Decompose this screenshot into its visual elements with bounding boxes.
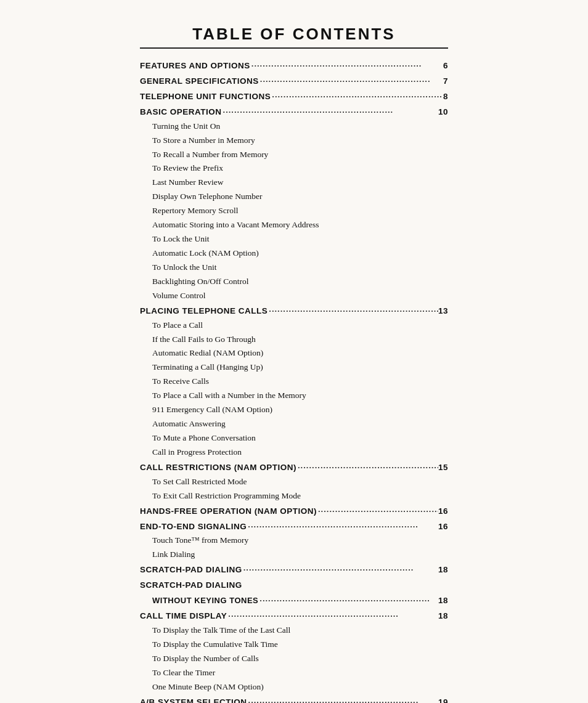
toc-entry-label: CALL TIME DISPLAY <box>140 610 227 623</box>
toc-entry-label: Turning the Unit On <box>152 120 220 133</box>
toc-line: One Minute Beep (NAM Option) <box>140 681 448 694</box>
toc-page-number: 18 <box>438 595 448 608</box>
toc-line: To Receive Calls <box>140 375 448 388</box>
content-area: TABLE OF CONTENTS FEATURES AND OPTIONS··… <box>140 25 448 703</box>
toc-line: If the Call Fails to Go Through <box>140 333 448 346</box>
toc-line: To Set Call Restricted Mode <box>140 476 448 489</box>
toc-page-number: 6 <box>443 60 448 73</box>
toc-line: CALL RESTRICTIONS (NAM OPTION)··········… <box>140 461 448 474</box>
toc-line: Touch Tone™ from Memory <box>140 534 448 547</box>
toc-line: GENERAL SPECIFICATIONS··················… <box>140 75 448 88</box>
toc-entry-label: 911 Emergency Call (NAM Option) <box>152 404 272 417</box>
toc-entry-label: END-TO-END SIGNALING <box>140 521 247 534</box>
toc-dots: ········································… <box>247 696 438 703</box>
toc-dots: ········································… <box>271 91 443 103</box>
toc-entry-label: Backlighting On/Off Control <box>152 275 249 288</box>
toc-line: A/B SYSTEM SELECTION····················… <box>140 696 448 703</box>
toc-dots: ········································… <box>242 564 438 576</box>
toc-dots: ········································… <box>222 106 438 118</box>
toc-line: To Display the Talk Time of the Last Cal… <box>140 624 448 637</box>
toc-section: FEATURES AND OPTIONS····················… <box>140 60 448 703</box>
toc-line: Turning the Unit On <box>140 120 448 133</box>
toc-dots: ········································… <box>258 595 438 607</box>
toc-entry-label: Terminating a Call (Hanging Up) <box>152 361 263 374</box>
toc-entry-label: To Display the Cumulative Talk Time <box>152 638 278 651</box>
toc-entry-label: To Display the Number of Calls <box>152 652 259 665</box>
toc-line: Volume Control <box>140 290 448 303</box>
toc-line: Automatic Storing into a Vacant Memory A… <box>140 219 448 232</box>
toc-page-number: 19 <box>438 696 448 703</box>
toc-entry-label: To Place a Call <box>152 319 203 332</box>
toc-dots: ········································… <box>227 610 438 622</box>
toc-line: HANDS-FREE OPERATION (NAM OPTION)·······… <box>140 505 448 518</box>
toc-line: TELEPHONE UNIT FUNCTIONS················… <box>140 91 448 104</box>
toc-entry-label: One Minute Beep (NAM Option) <box>152 681 264 694</box>
toc-dots: ········································… <box>317 505 438 518</box>
toc-line: To Recall a Number from Memory <box>140 148 448 161</box>
toc-entry-label: To Display the Talk Time of the Last Cal… <box>152 624 290 637</box>
toc-line: To Place a Call <box>140 319 448 332</box>
toc-entry-label: SCRATCH-PAD DIALING <box>140 579 242 592</box>
toc-entry-label: To Review the Prefix <box>152 162 223 175</box>
toc-entry-label: To Set Call Restricted Mode <box>152 476 247 489</box>
toc-line: SCRATCH-PAD DIALING·····················… <box>140 564 448 577</box>
toc-entry-label: FEATURES AND OPTIONS <box>140 60 250 73</box>
toc-dots: ········································… <box>250 60 443 72</box>
toc-page-number: 10 <box>438 106 448 119</box>
toc-line: END-TO-END SIGNALING····················… <box>140 521 448 534</box>
toc-entry-label: BASIC OPERATION <box>140 106 222 119</box>
toc-page-number: 18 <box>438 610 448 623</box>
toc-line: FEATURES AND OPTIONS····················… <box>140 60 448 73</box>
toc-dots: ········································… <box>296 461 438 474</box>
toc-entry-label: CALL RESTRICTIONS (NAM OPTION) <box>140 461 296 474</box>
toc-entry-label: Automatic Lock (NAM Option) <box>152 247 259 260</box>
toc-entry-label: A/B SYSTEM SELECTION <box>140 696 247 703</box>
page: TABLE OF CONTENTS FEATURES AND OPTIONS··… <box>0 0 588 703</box>
toc-line: Call in Progress Protection <box>140 446 448 459</box>
toc-line: PLACING TELEPHONE CALLS·················… <box>140 305 448 318</box>
toc-line: CALL TIME DISPLAY·······················… <box>140 610 448 623</box>
toc-entry-label: To Receive Calls <box>152 375 209 388</box>
toc-entry-label: Link Dialing <box>152 548 195 561</box>
toc-entry-label: To Mute a Phone Conversation <box>152 432 256 445</box>
toc-entry-label: WITHOUT KEYING TONES <box>152 595 258 607</box>
toc-entry-label: PLACING TELEPHONE CALLS <box>140 305 267 318</box>
toc-line: SCRATCH-PAD DIALING <box>140 579 448 592</box>
toc-entry-label: Automatic Storing into a Vacant Memory A… <box>152 219 319 232</box>
toc-line: To Review the Prefix <box>140 162 448 175</box>
toc-entry-label: GENERAL SPECIFICATIONS <box>140 75 259 88</box>
toc-line: To Exit Call Restriction Programming Mod… <box>140 490 448 503</box>
toc-entry-label: Automatic Answering <box>152 418 226 431</box>
toc-entry-label: Touch Tone™ from Memory <box>152 534 248 547</box>
toc-entry-label: To Place a Call with a Number in the Mem… <box>152 389 306 402</box>
toc-dots: ········································… <box>247 521 438 533</box>
toc-line: Backlighting On/Off Control <box>140 275 448 288</box>
toc-dots: ········································… <box>259 75 443 87</box>
toc-line: Automatic Redial (NAM Option) <box>140 347 448 360</box>
toc-line: To Place a Call with a Number in the Mem… <box>140 389 448 402</box>
toc-line: 911 Emergency Call (NAM Option) <box>140 404 448 417</box>
toc-page-number: 16 <box>438 521 448 534</box>
toc-entry-label: To Store a Number in Memory <box>152 134 255 147</box>
toc-page-number: 18 <box>438 564 448 577</box>
toc-entry-label: SCRATCH-PAD DIALING <box>140 564 242 577</box>
toc-entry-label: Automatic Redial (NAM Option) <box>152 347 263 360</box>
toc-line: To Lock the Unit <box>140 233 448 246</box>
toc-line: To Unlock the Unit <box>140 261 448 274</box>
toc-entry-label: Display Own Telephone Number <box>152 190 262 203</box>
toc-page-number: 7 <box>443 75 448 88</box>
title-block: TABLE OF CONTENTS <box>140 25 448 49</box>
toc-line: To Store a Number in Memory <box>140 134 448 147</box>
toc-entry-label: To Clear the Timer <box>152 667 215 680</box>
toc-line: Repertory Memory Scroll <box>140 205 448 217</box>
toc-line: Last Number Review <box>140 176 448 189</box>
toc-line: Automatic Answering <box>140 418 448 431</box>
toc-line: Automatic Lock (NAM Option) <box>140 247 448 260</box>
toc-entry-label: Repertory Memory Scroll <box>152 205 238 217</box>
toc-line: To Clear the Timer <box>140 667 448 680</box>
toc-entry-label: To Recall a Number from Memory <box>152 148 268 161</box>
toc-line: Link Dialing <box>140 548 448 561</box>
toc-line: Terminating a Call (Hanging Up) <box>140 361 448 374</box>
toc-line: To Display the Number of Calls <box>140 652 448 665</box>
toc-entry-label: Call in Progress Protection <box>152 446 242 459</box>
